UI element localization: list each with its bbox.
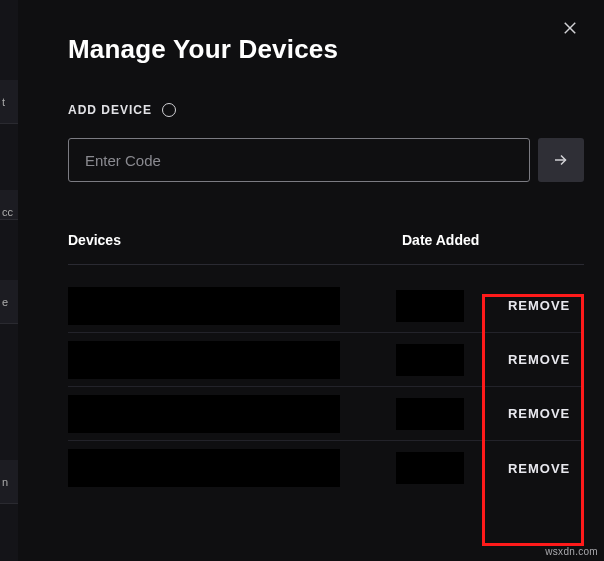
code-input[interactable] [68,138,530,182]
date-added-cell [396,398,464,430]
remove-button[interactable]: REMOVE [494,461,584,476]
col-header-actions [502,232,584,248]
close-icon [561,19,579,37]
arrow-right-icon [552,151,570,169]
remove-button[interactable]: REMOVE [494,352,584,367]
devices-table: Devices Date Added REMOVE REMOVE REMOVE [68,232,584,495]
device-name-cell [68,395,340,433]
manage-devices-dialog: Manage Your Devices ADD DEVICE Devices D… [18,0,604,561]
table-row: REMOVE [68,441,584,495]
date-added-cell [396,344,464,376]
date-added-cell [396,290,464,322]
table-row: REMOVE [68,333,584,387]
col-header-devices: Devices [68,232,402,248]
bg-item: cc [0,190,18,220]
bg-item: e [0,280,18,324]
bg-item: n [0,460,18,504]
dialog-title: Manage Your Devices [68,34,338,65]
table-row: REMOVE [68,387,584,441]
remove-button[interactable]: REMOVE [494,298,584,313]
add-device-row: ADD DEVICE [68,103,176,117]
date-added-cell [396,452,464,484]
submit-code-button[interactable] [538,138,584,182]
close-button[interactable] [556,14,584,42]
device-name-cell [68,341,340,379]
col-header-date: Date Added [402,232,502,248]
table-row: REMOVE [68,279,584,333]
watermark: wsxdn.com [545,546,598,557]
add-device-label: ADD DEVICE [68,103,152,117]
device-name-cell [68,449,340,487]
table-header: Devices Date Added [68,232,584,265]
remove-button[interactable]: REMOVE [494,406,584,421]
device-name-cell [68,287,340,325]
table-body: REMOVE REMOVE REMOVE REMOVE [68,279,584,495]
info-icon[interactable] [162,103,176,117]
background-sidebar: t cc e n [0,0,18,561]
bg-item: t [0,80,18,124]
code-input-row [68,138,584,182]
